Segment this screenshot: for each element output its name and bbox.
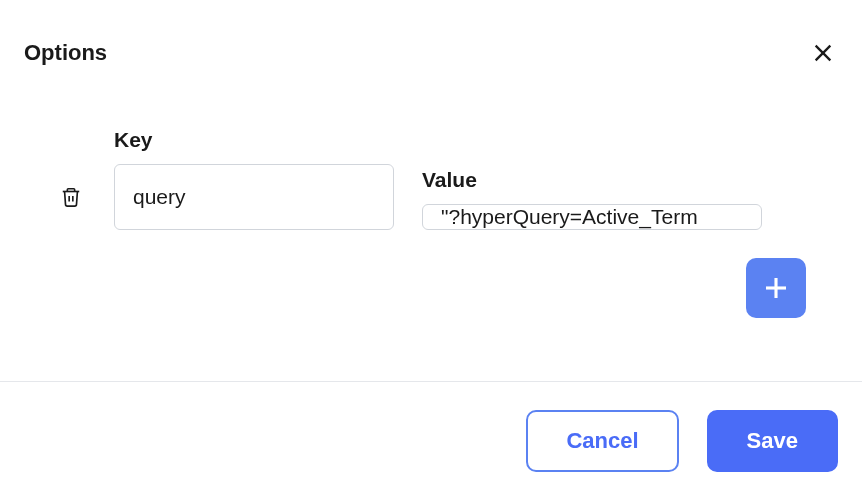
dialog-body: Key Value (0, 68, 862, 381)
dialog-footer: Cancel Save (0, 381, 862, 500)
trash-column (56, 164, 86, 230)
value-input[interactable] (422, 204, 762, 230)
key-label: Key (114, 128, 394, 152)
options-dialog: Options Ke (0, 0, 862, 500)
dialog-header: Options (0, 0, 862, 68)
key-input[interactable] (114, 164, 394, 230)
delete-row-button[interactable] (56, 182, 86, 212)
add-row-container (56, 258, 806, 318)
add-row-button[interactable] (746, 258, 806, 318)
value-field-group: Value (422, 168, 806, 230)
key-field-group: Key (114, 128, 394, 230)
cancel-button[interactable]: Cancel (526, 410, 678, 472)
save-button[interactable]: Save (707, 410, 838, 472)
close-icon (812, 42, 834, 64)
value-label: Value (422, 168, 806, 192)
dialog-title: Options (24, 40, 107, 66)
close-button[interactable] (808, 38, 838, 68)
option-row: Key Value (56, 128, 806, 230)
plus-icon (761, 273, 791, 303)
trash-icon (60, 186, 82, 208)
